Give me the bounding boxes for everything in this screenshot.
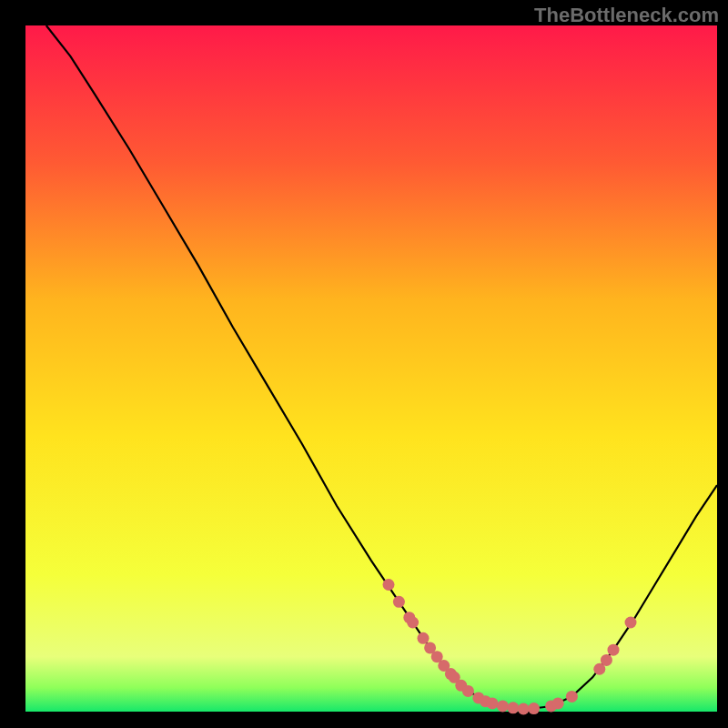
- highlight-point: [625, 616, 637, 628]
- plot-background: [25, 25, 717, 712]
- highlight-point: [497, 700, 509, 712]
- highlight-point: [407, 616, 419, 628]
- watermark-text: TheBottleneck.com: [534, 4, 719, 27]
- highlight-point: [552, 697, 564, 709]
- chart-container: TheBottleneck.com: [0, 0, 728, 728]
- highlight-point: [393, 596, 405, 608]
- highlight-point: [462, 685, 474, 697]
- highlight-point: [418, 632, 430, 644]
- highlight-point: [518, 703, 530, 714]
- highlight-point: [601, 654, 612, 666]
- highlight-point: [528, 703, 540, 714]
- bottleneck-curve-chart: [0, 0, 728, 728]
- highlight-point: [383, 579, 395, 591]
- highlight-point: [608, 644, 620, 656]
- highlight-point: [566, 691, 578, 703]
- highlight-point: [487, 697, 499, 709]
- highlight-point: [507, 702, 519, 713]
